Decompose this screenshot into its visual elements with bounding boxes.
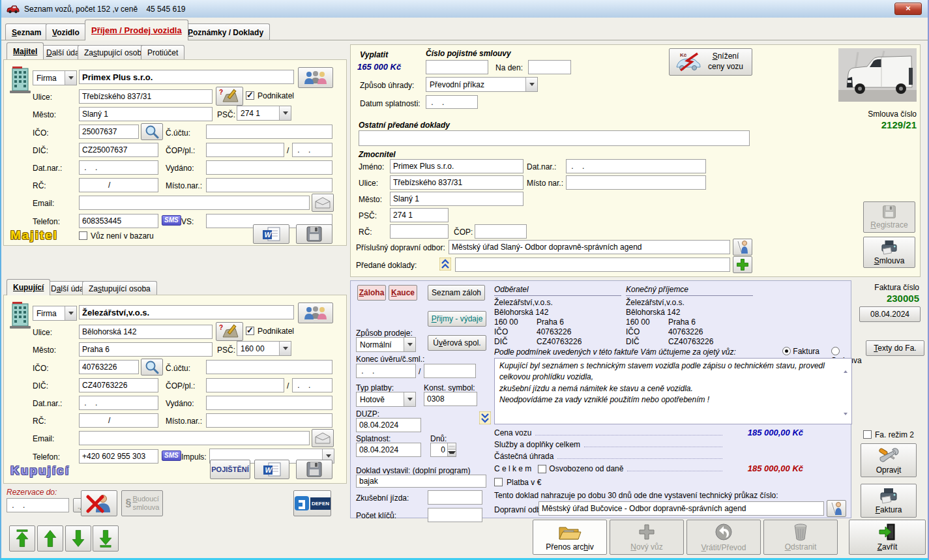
uhrada-select[interactable]: Převodní příkaz xyxy=(426,77,538,92)
owner-rc-input[interactable] xyxy=(79,178,158,192)
buyer-cuctu-input[interactable] xyxy=(206,360,332,374)
owner-sms-button[interactable]: SMS xyxy=(162,215,181,226)
buyer-email-button[interactable] xyxy=(312,429,334,447)
typ-platby-select[interactable]: Hotově xyxy=(356,392,416,407)
buyer-ico-search-button[interactable] xyxy=(141,359,163,376)
doklad-vystavil-input[interactable] xyxy=(356,475,486,488)
buyer-datnar-input[interactable] xyxy=(79,396,158,410)
expand-up-icon[interactable] xyxy=(439,258,451,271)
chevron-down-icon[interactable] xyxy=(525,78,537,91)
fa-rezim2-checkbox[interactable] xyxy=(863,430,872,439)
owner-psc-select[interactable]: 274 1 xyxy=(237,106,291,121)
subtab-kupujici[interactable]: Kupující xyxy=(7,279,50,295)
chevron-down-icon[interactable] xyxy=(404,338,415,351)
uverova-spol-button[interactable]: Úvěrová spol. xyxy=(428,335,486,351)
subtab-protiucet[interactable]: Protiúčet xyxy=(141,45,184,59)
platba-eur-checkbox[interactable] xyxy=(494,478,503,486)
owner-type-select[interactable]: Firma xyxy=(33,70,77,85)
owner-word-button[interactable]: W xyxy=(253,224,289,244)
zm-psc-input[interactable] xyxy=(390,208,449,222)
nav-prev-button[interactable] xyxy=(37,525,63,552)
buyer-ico-input[interactable] xyxy=(79,360,139,374)
nav-next-button[interactable] xyxy=(65,525,91,552)
add-doklad-button[interactable] xyxy=(733,256,752,273)
owner-email-input[interactable] xyxy=(79,196,310,210)
ostatni-doklady-input[interactable] xyxy=(359,130,750,146)
seznam-zaloh-button[interactable]: Seznam záloh xyxy=(428,285,485,301)
odbor-pick-button[interactable] xyxy=(733,239,752,256)
buyer-mistonar-input[interactable] xyxy=(206,413,332,428)
owner-mistonar-input[interactable] xyxy=(206,178,332,192)
owner-cop-input[interactable] xyxy=(206,143,284,157)
owner-save-button[interactable] xyxy=(296,224,332,244)
chevron-down-icon[interactable] xyxy=(279,342,291,355)
close-button[interactable]: × xyxy=(894,3,922,15)
invoice-date-button[interactable]: 08.04.2024 xyxy=(859,306,921,322)
dnu-stepper[interactable]: 0 xyxy=(430,443,456,457)
invoice-note-textarea[interactable]: Kupující byl seznámen s technickým stave… xyxy=(494,358,852,424)
owner-podnikatel-checkbox[interactable] xyxy=(246,91,254,100)
zm-ulice-input[interactable] xyxy=(390,175,523,190)
buyer-psc-select[interactable]: 160 00 xyxy=(237,341,291,356)
tab-seznam[interactable]: Seznam xyxy=(5,23,48,40)
subtab-buyer-zastupujici[interactable]: Zastupující osoba xyxy=(82,281,157,295)
zkusebni-jizda-input[interactable] xyxy=(428,490,482,505)
prijmy-vydaje-button[interactable]: Přijmy - výdaje xyxy=(428,311,486,327)
subtab-majitel[interactable]: Majitel xyxy=(7,42,44,59)
chevron-down-icon[interactable] xyxy=(404,392,415,406)
owner-ico-search-button[interactable] xyxy=(141,123,163,140)
osvobozeno-checkbox[interactable] xyxy=(538,465,546,473)
radio-faktura[interactable]: Faktura xyxy=(782,347,819,356)
chevron-down-icon[interactable] xyxy=(65,71,76,85)
owner-ulice-input[interactable] xyxy=(79,89,213,104)
zm-rc-input[interactable] xyxy=(390,224,449,239)
smlouva-print-button[interactable]: Smlouva xyxy=(863,237,915,268)
owner-cuctu-input[interactable] xyxy=(206,125,332,139)
opravit-button[interactable]: Opravit xyxy=(861,443,917,477)
novy-vuz-button[interactable]: Nový vůz xyxy=(610,520,684,555)
scroll-down-icon[interactable] xyxy=(844,415,848,424)
rezervace-input[interactable] xyxy=(7,498,69,512)
buyer-dic-input[interactable] xyxy=(79,378,158,392)
buyer-type-select[interactable]: Firma xyxy=(33,306,77,321)
konst-symbol-input[interactable] xyxy=(424,392,477,406)
buyer-telefon-input[interactable] xyxy=(79,449,158,464)
dopravni-odbor-pick-button[interactable] xyxy=(827,500,846,517)
datum-splatnosti-input[interactable] xyxy=(426,95,478,109)
owner-datnar-input[interactable] xyxy=(79,160,158,175)
tab-prijem-prodej[interactable]: Příjem / Prodej vozidla xyxy=(85,20,188,40)
buyer-email-input[interactable] xyxy=(79,431,310,445)
pocet-klicu-input[interactable] xyxy=(428,508,482,522)
defend-button[interactable]: DEFEN xyxy=(293,490,331,516)
owner-name-input[interactable] xyxy=(79,70,294,84)
snizeni-ceny-button[interactable]: Kč Snížení ceny vozu xyxy=(669,48,752,76)
splatnost-input[interactable] xyxy=(356,443,421,457)
buyer-podnikatel-checkbox[interactable] xyxy=(246,327,254,335)
buyer-vydano-input[interactable] xyxy=(206,396,332,410)
faktura-print-button[interactable]: Faktura xyxy=(861,484,917,518)
zavrit-button[interactable]: Zavřít xyxy=(849,520,926,555)
owner-bazar-checkbox[interactable] xyxy=(79,231,87,240)
zm-mistonar-input[interactable] xyxy=(566,175,706,190)
nav-first-button[interactable] xyxy=(9,525,35,552)
vratit-prevod-button[interactable]: Vrátit/Převod xyxy=(686,520,761,555)
owner-telefon-input[interactable] xyxy=(79,214,158,228)
pojistna-smlouva-input[interactable] xyxy=(426,60,488,74)
kauce-button[interactable]: Kauce xyxy=(389,285,417,301)
owner-mesto-input[interactable] xyxy=(79,107,213,121)
buyer-name-input[interactable] xyxy=(79,305,294,319)
odbor-input[interactable] xyxy=(449,240,730,254)
zaloha-button[interactable]: Záloha xyxy=(357,285,386,301)
scroll-up-icon[interactable] xyxy=(844,361,848,370)
buyer-mesto-input[interactable] xyxy=(79,342,213,357)
tab-vozidlo[interactable]: Vozidlo xyxy=(46,23,86,40)
stepper-up-icon[interactable] xyxy=(448,443,456,450)
buyer-address-lookup-button[interactable]: ? xyxy=(216,322,243,341)
budouci-smlouva-button[interactable]: § Budoucí smlouva xyxy=(121,490,163,516)
registrace-button[interactable]: Registrace xyxy=(863,201,915,233)
buyer-cop-date-input[interactable] xyxy=(292,378,332,392)
duzp-input[interactable] xyxy=(356,418,421,432)
buyer-save-button[interactable] xyxy=(296,460,332,479)
buyer-contacts-button[interactable] xyxy=(298,302,333,323)
cislo-smlouvy-input[interactable] xyxy=(424,364,476,378)
